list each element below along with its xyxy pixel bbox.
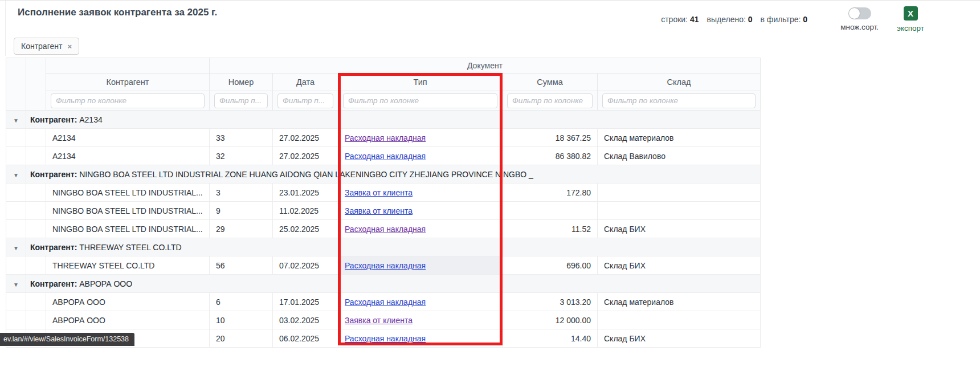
contractor-cell: NINGBO BOA STEEL LTD INDUSTRIAL... xyxy=(46,184,210,202)
select-cell xyxy=(26,220,46,238)
expander-cell xyxy=(6,220,26,238)
warehouse-cell xyxy=(598,311,761,329)
col-header-warehouse[interactable]: Склад xyxy=(598,74,761,91)
doc-type-cell: Расходная накладная xyxy=(338,329,503,348)
group-label: Контрагент: NINGBO BOA STEEL LTD INDUSTR… xyxy=(26,165,761,184)
expander-cell xyxy=(6,256,26,275)
table-row: THREEWAY STEEL CO.LTD5607.02.2025Расходн… xyxy=(6,256,761,275)
report-page: Исполнение заявок контрагента за 2025 г.… xyxy=(0,0,980,379)
select-cell xyxy=(26,293,46,311)
table-row: A21343327.02.2025Расходная накладная18 3… xyxy=(6,129,761,147)
doc-type-link[interactable]: Заявка от клиента xyxy=(345,316,413,325)
stat-rows: строки: 41 xyxy=(661,15,699,24)
doc-type-cell: Расходная накладная xyxy=(338,129,503,147)
table-row: NINGBO BOA STEEL LTD INDUSTRIAL...911.02… xyxy=(6,202,761,220)
doc-type-link[interactable]: Расходная накладная xyxy=(345,298,426,307)
doc-type-cell: Заявка от клиента xyxy=(338,184,503,202)
export-button[interactable]: экспорт xyxy=(897,24,924,32)
doc-type-link[interactable]: Расходная накладная xyxy=(345,334,426,343)
filter-chip-label: Контрагент xyxy=(21,42,62,51)
warehouse-cell: Склад Вавилово xyxy=(598,147,761,165)
expander-cell xyxy=(6,147,26,165)
report-table: Документ Контрагент Номер Дата Тип Сумма… xyxy=(6,58,761,348)
excel-icon[interactable]: X xyxy=(904,6,918,21)
col-header-contractor[interactable]: Контрагент xyxy=(46,74,210,91)
doc-type-link[interactable]: Расходная накладная xyxy=(345,152,426,161)
filter-input-number[interactable] xyxy=(214,93,268,108)
table-row: A21343227.02.2025Расходная накладная86 3… xyxy=(6,147,761,165)
number-cell: 6 xyxy=(210,293,273,311)
number-cell: 20 xyxy=(210,329,273,348)
expander-cell xyxy=(6,184,26,202)
select-cell xyxy=(26,129,46,147)
amount-cell: 86 380.82 xyxy=(503,147,598,165)
table-row: NINGBO BOA STEEL LTD INDUSTRIAL...2925.0… xyxy=(6,220,761,238)
stat-selected: выделено: 0 xyxy=(707,15,752,24)
multi-sort-toggle[interactable] xyxy=(848,7,871,19)
number-cell: 9 xyxy=(210,202,273,220)
collapse-group-button[interactable]: ▼ xyxy=(6,165,26,184)
triangle-down-icon: ▼ xyxy=(13,245,19,251)
group-label-prefix: Контрагент: xyxy=(30,115,77,124)
triangle-down-icon: ▼ xyxy=(13,172,19,178)
expander-cell xyxy=(6,311,26,329)
table-row: АВРОРА ООО617.01.2025Расходная накладная… xyxy=(6,293,761,311)
select-cell xyxy=(26,256,46,275)
expander-cell xyxy=(6,129,26,147)
amount-cell: 696.00 xyxy=(503,256,598,275)
filter-input-contractor[interactable] xyxy=(51,93,205,108)
filter-input-warehouse[interactable] xyxy=(602,93,756,108)
warehouse-cell: Склад БИХ xyxy=(598,220,761,238)
select-cell xyxy=(26,311,46,329)
contractor-cell: THREEWAY STEEL CO.LTD xyxy=(46,256,210,275)
col-header-number[interactable]: Номер xyxy=(210,74,273,91)
doc-type-link[interactable]: Заявка от клиента xyxy=(345,188,413,197)
expander-cell xyxy=(6,293,26,311)
filter-input-type[interactable] xyxy=(343,93,497,108)
warehouse-cell: Склад материалов xyxy=(598,293,761,311)
contractor-cell: A2134 xyxy=(46,129,210,147)
doc-type-link[interactable]: Заявка от клиента xyxy=(345,206,413,215)
date-cell: 23.01.2025 xyxy=(273,184,338,202)
col-header-date[interactable]: Дата xyxy=(273,74,338,91)
group-header-document: Документ xyxy=(210,58,761,74)
amount-cell: 11.52 xyxy=(503,220,598,238)
doc-type-link[interactable]: Расходная накладная xyxy=(345,261,426,270)
group-label: Контрагент: A2134 xyxy=(26,111,761,129)
warehouse-cell: Склад материалов xyxy=(598,129,761,147)
col-header-type[interactable]: Тип xyxy=(338,74,503,91)
expander-cell xyxy=(6,202,26,220)
data-grid: Документ Контрагент Номер Дата Тип Сумма… xyxy=(6,58,760,348)
amount-cell: 14.40 xyxy=(503,329,598,348)
collapse-group-button[interactable]: ▼ xyxy=(6,275,26,293)
doc-type-cell: Заявка от клиента xyxy=(338,311,503,329)
amount-cell: 18 367.25 xyxy=(503,129,598,147)
doc-type-link[interactable]: Расходная накладная xyxy=(345,225,426,234)
doc-type-link[interactable]: Расходная накладная xyxy=(345,133,426,142)
column-header-row: Контрагент Номер Дата Тип Сумма Склад xyxy=(6,74,761,91)
triangle-down-icon: ▼ xyxy=(13,117,19,124)
date-cell: 27.02.2025 xyxy=(273,129,338,147)
collapse-group-button[interactable]: ▼ xyxy=(6,238,26,256)
filter-input-date[interactable] xyxy=(277,93,333,108)
doc-type-cell: Расходная накладная xyxy=(338,293,503,311)
table-header: Документ Контрагент Номер Дата Тип Сумма… xyxy=(6,58,761,111)
table-row: АВРОРА ООО1003.02.2025Заявка от клиента1… xyxy=(6,311,761,329)
col-header-amount[interactable]: Сумма xyxy=(503,74,598,91)
row-stats: строки: 41 выделено: 0 в фильтре: 0 xyxy=(661,15,807,24)
date-cell: 06.02.2025 xyxy=(273,329,338,348)
filter-input-amount[interactable] xyxy=(507,93,593,108)
select-cell xyxy=(26,147,46,165)
export-control[interactable]: X экспорт xyxy=(897,5,924,32)
warehouse-cell xyxy=(598,202,761,220)
group-label-prefix: Контрагент: xyxy=(30,243,77,252)
chip-close-icon[interactable]: × xyxy=(67,42,72,51)
number-cell: 10 xyxy=(210,311,273,329)
amount-cell xyxy=(503,202,598,220)
stat-rows-value: 41 xyxy=(690,15,699,24)
filter-chip-contractor[interactable]: Контрагент × xyxy=(14,38,79,55)
collapse-group-button[interactable]: ▼ xyxy=(6,111,26,129)
top-panel: Исполнение заявок контрагента за 2025 г.… xyxy=(5,1,980,56)
table-row: NINGBO BOA STEEL LTD INDUSTRIAL...323.01… xyxy=(6,184,761,202)
select-cell xyxy=(26,184,46,202)
